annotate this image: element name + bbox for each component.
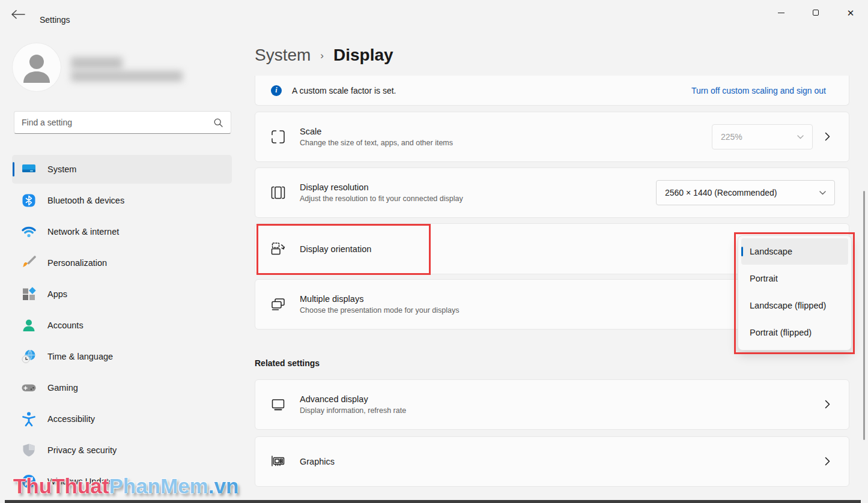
- breadcrumb: System › Display: [255, 46, 393, 65]
- search-input[interactable]: [14, 118, 214, 127]
- maximize-button[interactable]: [798, 0, 833, 25]
- sidebar-item-windows-update[interactable]: Windows Update: [12, 466, 232, 497]
- scale-icon: [270, 128, 287, 145]
- multiple-displays-icon: [270, 296, 287, 313]
- apps-icon: [21, 286, 37, 302]
- back-button[interactable]: [11, 9, 28, 21]
- turn-off-custom-scaling-link[interactable]: Turn off custom scaling and sign out: [691, 86, 826, 95]
- person-accounts-icon: [21, 318, 37, 333]
- user-name-blurred: [71, 57, 123, 69]
- scale-subtitle: Change the size of text, apps, and other…: [300, 139, 453, 147]
- system-icon: [21, 161, 37, 177]
- scale-navigate-chevron[interactable]: [825, 132, 834, 142]
- graphics-row[interactable]: Graphics: [255, 436, 849, 487]
- sidebar-item-privacy-security[interactable]: Privacy & security: [12, 435, 232, 466]
- scale-row[interactable]: Scale Change the size of text, apps, and…: [255, 112, 849, 162]
- minimize-icon: [778, 13, 785, 13]
- user-email-blurred: [71, 71, 183, 82]
- scrollbar-thumb[interactable]: [863, 191, 865, 440]
- breadcrumb-chevron-icon: ›: [320, 50, 324, 62]
- sidebar-item-label: Network & internet: [47, 227, 119, 236]
- page-title: Display: [333, 46, 393, 65]
- custom-scale-banner: i A custom scale factor is set. Turn off…: [255, 76, 849, 106]
- sidebar-item-network-internet[interactable]: Network & internet: [12, 216, 232, 247]
- advanced-display-row[interactable]: Advanced display Display information, re…: [255, 379, 849, 430]
- search-box[interactable]: [14, 111, 231, 134]
- banner-message: A custom scale factor is set.: [292, 86, 396, 95]
- advanced-display-subtitle: Display information, refresh rate: [300, 406, 406, 415]
- accessibility-icon: [21, 411, 37, 427]
- chevron-right-icon: [825, 457, 830, 466]
- sidebar-item-label: Personalization: [47, 258, 107, 268]
- sidebar-item-gaming[interactable]: Gaming: [12, 372, 232, 403]
- maximize-icon: [813, 10, 819, 16]
- flyout-option-landscape-flipped[interactable]: Landscape (flipped): [741, 292, 848, 319]
- advanced-display-icon: [270, 396, 287, 413]
- person-icon: [13, 43, 61, 91]
- sidebar-item-apps[interactable]: Apps: [12, 279, 232, 310]
- sidebar-item-time-language[interactable]: Time & language: [12, 341, 232, 372]
- app-title: Settings: [40, 15, 70, 25]
- chevron-down-icon: [797, 135, 804, 139]
- flyout-option-label: Landscape: [750, 247, 792, 256]
- sidebar-item-label: Windows Update: [47, 477, 114, 486]
- flyout-option-label: Portrait: [750, 274, 778, 283]
- related-settings-heading: Related settings: [255, 358, 320, 368]
- sidebar-item-accounts[interactable]: Accounts: [12, 310, 232, 341]
- close-icon: ✕: [847, 8, 855, 17]
- sidebar-item-accessibility[interactable]: Accessibility: [12, 403, 232, 435]
- bluetooth-icon: [21, 193, 37, 208]
- resolution-dropdown-value: 2560 × 1440 (Recommended): [665, 188, 777, 197]
- flyout-option-portrait[interactable]: Portrait: [741, 265, 848, 292]
- window-controls: ✕: [763, 0, 868, 25]
- scale-dropdown-value: 225%: [721, 132, 742, 142]
- scale-dropdown[interactable]: 225%: [712, 124, 813, 149]
- sidebar-item-label: Accessibility: [47, 414, 95, 424]
- scale-title: Scale: [300, 127, 453, 136]
- chevron-right-icon: [825, 400, 830, 409]
- flyout-option-label: Landscape (flipped): [750, 301, 826, 310]
- graphics-title: Graphics: [300, 457, 335, 466]
- close-button[interactable]: ✕: [833, 0, 868, 25]
- sidebar-item-label: System: [47, 164, 76, 174]
- multiple-displays-title: Multiple displays: [300, 294, 459, 304]
- orientation-flyout: Landscape Portrait Landscape (flipped) P…: [738, 235, 852, 351]
- display-orientation-icon: [270, 241, 287, 258]
- sidebar-item-label: Apps: [47, 289, 67, 299]
- search-icon: [214, 118, 223, 127]
- titlebar: Settings ✕: [0, 0, 868, 29]
- advanced-display-chevron[interactable]: [825, 400, 834, 409]
- taskbar-edge: [5, 500, 861, 503]
- sidebar-item-system[interactable]: System: [12, 155, 232, 184]
- shield-icon: [21, 442, 37, 458]
- brush-icon: [21, 255, 37, 271]
- multiple-displays-subtitle: Choose the presentation mode for your di…: [300, 306, 459, 315]
- sidebar-item-label: Bluetooth & devices: [47, 196, 124, 205]
- minimize-button[interactable]: [763, 0, 798, 25]
- resolution-subtitle: Adjust the resolution to fit your connec…: [300, 194, 463, 203]
- globe-clock-icon: [21, 349, 37, 364]
- breadcrumb-system[interactable]: System: [255, 46, 311, 65]
- flyout-option-label: Portrait (flipped): [750, 328, 812, 337]
- gamepad-icon: [21, 380, 37, 396]
- update-icon: [21, 474, 37, 489]
- graphics-icon: [270, 453, 287, 470]
- resolution-dropdown[interactable]: 2560 × 1440 (Recommended): [656, 180, 835, 205]
- resolution-title: Display resolution: [300, 182, 463, 192]
- wifi-icon: [21, 224, 37, 239]
- graphics-chevron[interactable]: [825, 457, 834, 466]
- sidebar-nav: System Bluetooth & devices Network & int…: [12, 154, 232, 497]
- flyout-option-portrait-flipped[interactable]: Portrait (flipped): [741, 319, 848, 346]
- sidebar-item-bluetooth-devices[interactable]: Bluetooth & devices: [12, 185, 232, 216]
- info-icon: i: [271, 85, 282, 96]
- flyout-option-landscape[interactable]: Landscape: [741, 238, 848, 265]
- sidebar-item-label: Time & language: [47, 352, 113, 361]
- sidebar-item-personalization[interactable]: Personalization: [12, 247, 232, 279]
- sidebar-item-label: Privacy & security: [47, 445, 117, 455]
- orientation-title: Display orientation: [300, 244, 371, 254]
- sidebar-item-label: Accounts: [47, 321, 83, 330]
- chevron-right-icon: [825, 132, 830, 141]
- user-avatar[interactable]: [13, 43, 61, 91]
- chevron-down-icon: [819, 191, 826, 195]
- sidebar-item-label: Gaming: [47, 383, 78, 393]
